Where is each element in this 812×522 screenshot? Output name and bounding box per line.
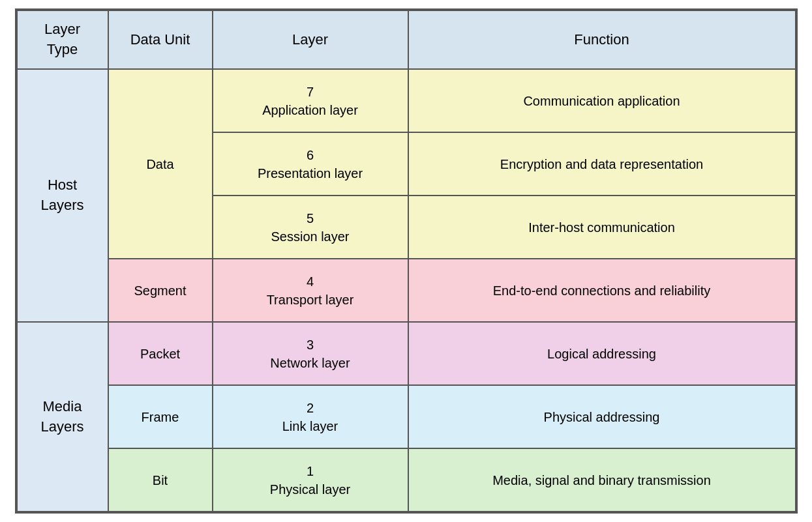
table-row-network: MediaLayers Packet 3Network layer Logica… — [17, 322, 796, 385]
function-application: Communication application — [408, 69, 796, 132]
data-unit-data: Data — [108, 69, 213, 259]
table-row-link: Frame 2Link layer Physical addressing — [17, 385, 796, 448]
layer-link: 2Link layer — [213, 385, 408, 448]
table-row-transport: Segment 4Transport layer End-to-end conn… — [17, 259, 796, 322]
table-header: Layer Type Data Unit Layer Function — [17, 10, 796, 69]
layer-network: 3Network layer — [213, 322, 408, 385]
layer-presentation: 6Presentation layer — [213, 132, 408, 196]
data-unit-packet: Packet — [108, 322, 213, 385]
function-session: Inter-host communication — [408, 196, 796, 259]
function-link: Physical addressing — [408, 385, 796, 448]
header-layer-type: Layer Type — [17, 10, 108, 69]
data-unit-segment: Segment — [108, 259, 213, 322]
header-layer: Layer — [213, 10, 408, 69]
layer-transport: 4Transport layer — [213, 259, 408, 322]
function-physical: Media, signal and binary transmission — [408, 448, 796, 512]
header-data-unit: Data Unit — [108, 10, 213, 69]
function-transport: End-to-end connections and reliability — [408, 259, 796, 322]
data-unit-frame: Frame — [108, 385, 213, 448]
osi-table: Layer Type Data Unit Layer Function Host… — [15, 8, 798, 514]
function-presentation: Encryption and data representation — [408, 132, 796, 196]
table-row-application: HostLayers Data 7Application layer Commu… — [17, 69, 796, 132]
media-layers-cell: MediaLayers — [17, 322, 108, 512]
data-unit-bit: Bit — [108, 448, 213, 512]
layer-application: 7Application layer — [213, 69, 408, 132]
layer-physical: 1Physical layer — [213, 448, 408, 512]
layer-session: 5Session layer — [213, 196, 408, 259]
table-row-physical: Bit 1Physical layer Media, signal and bi… — [17, 448, 796, 512]
function-network: Logical addressing — [408, 322, 796, 385]
header-function: Function — [408, 10, 796, 69]
host-layers-cell: HostLayers — [17, 69, 108, 322]
